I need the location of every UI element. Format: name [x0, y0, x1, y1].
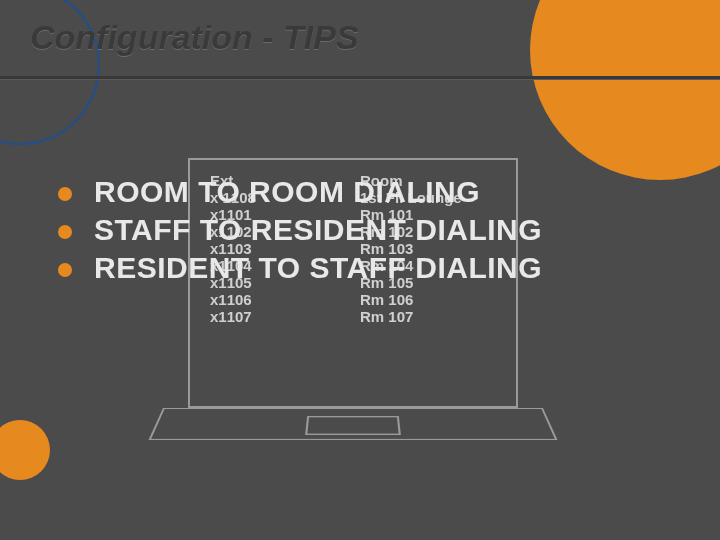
slide-title: Configuration - TIPS [30, 18, 359, 57]
table-row: x1106 Rm 106 [210, 291, 498, 308]
cell-ext: x1106 [210, 291, 360, 308]
accent-circle-small [0, 420, 50, 480]
bullet-dot-icon [58, 187, 72, 201]
bullet-text: STAFF TO RESIDENT DIALING [94, 213, 542, 247]
cell-room: Rm 107 [360, 308, 498, 325]
cell-room: Rm 106 [360, 291, 498, 308]
laptop-trackpad [305, 416, 401, 435]
bullet-dot-icon [58, 225, 72, 239]
laptop-base [148, 408, 557, 440]
bullet-list: ROOM TO ROOM DIALING STAFF TO RESIDENT D… [58, 175, 658, 289]
cell-ext: x1107 [210, 308, 360, 325]
list-item: ROOM TO ROOM DIALING [58, 175, 658, 209]
bullet-text: RESIDENT TO STAFF DIALING [94, 251, 542, 285]
bullet-text: ROOM TO ROOM DIALING [94, 175, 480, 209]
list-item: RESIDENT TO STAFF DIALING [58, 251, 658, 285]
slide-title-wrap: Configuration - TIPS [30, 18, 359, 57]
accent-circle-large [530, 0, 720, 180]
bullet-dot-icon [58, 263, 72, 277]
list-item: STAFF TO RESIDENT DIALING [58, 213, 658, 247]
title-rule [0, 76, 720, 79]
table-row: x1107 Rm 107 [210, 308, 498, 325]
